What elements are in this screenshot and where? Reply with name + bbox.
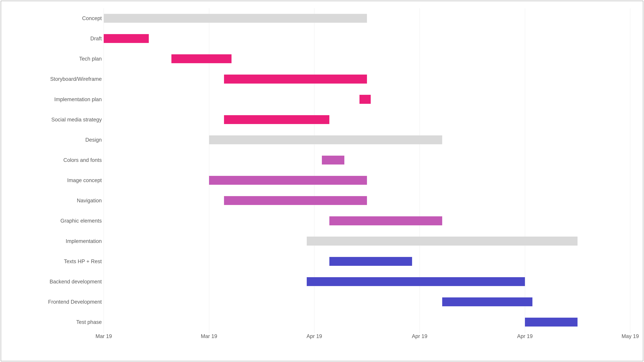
task-label: Implementation — [66, 238, 104, 244]
x-tick-label: Mar 19 — [201, 332, 217, 339]
x-tick-label: May 19 — [622, 332, 639, 339]
x-tick-label: Apr 19 — [412, 332, 427, 339]
task-label: Navigation — [77, 198, 104, 203]
task-label: Tech plan — [79, 56, 104, 62]
gantt-chart: ConceptDraftTech planStoryboard/Wirefram… — [1, 1, 643, 361]
gridline — [630, 8, 630, 332]
task-label: Test phase — [76, 319, 104, 325]
task-label: Draft — [90, 36, 104, 42]
task-label: Storyboard/Wireframe — [50, 76, 104, 82]
task-label: Graphic elements — [60, 218, 104, 224]
task-label: Texts HP + Rest — [64, 258, 104, 264]
task-label: Design — [85, 137, 104, 143]
task-label: Image concept — [67, 178, 104, 183]
x-tick-label: Apr 19 — [517, 332, 533, 339]
x-tick-label: Apr 19 — [306, 332, 322, 339]
plot-area: ConceptDraftTech planStoryboard/Wirefram… — [104, 8, 630, 332]
task-label: Backend development — [50, 279, 104, 285]
x-axis: Mar 19Mar 19Apr 19Apr 19Apr 19May 19 — [104, 8, 630, 332]
task-label: Social media strategy — [51, 117, 104, 123]
task-label: Colors and fonts — [63, 157, 104, 163]
x-tick-label: Mar 19 — [96, 332, 112, 339]
task-label: Implementation plan — [54, 96, 104, 102]
task-label: Frontend Development — [48, 299, 104, 305]
task-label: Concept — [82, 15, 104, 21]
